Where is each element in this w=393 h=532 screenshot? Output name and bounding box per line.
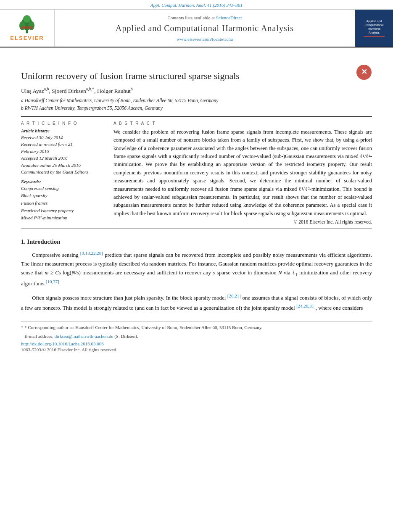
keyword-2: Fusion frames bbox=[21, 200, 105, 207]
citation-text: Appl. Comput. Harmon. Anal. 41 (2016) 34… bbox=[150, 3, 243, 8]
affiliations: a Hausdorff Center for Mathematics, Univ… bbox=[21, 97, 372, 112]
footer-star-note: * * Corresponding author at: Hausdorff C… bbox=[21, 324, 372, 332]
keyword-0: Compressed sensing bbox=[21, 185, 105, 192]
authors-line: Ulaş Ayaza,b, Sjoerd Dirksena,b,*, Holge… bbox=[21, 87, 372, 95]
history-item-1: Received in revised form 21 bbox=[21, 141, 105, 148]
page: Appl. Comput. Harmon. Anal. 41 (2016) 34… bbox=[0, 0, 393, 532]
paper-title: Uniform recovery of fusion frame structu… bbox=[21, 70, 240, 82]
svg-text:Computational: Computational bbox=[364, 24, 384, 27]
article-info-heading: A R T I C L E I N F O bbox=[21, 121, 105, 126]
footer-issn: 1063-5203/© 2016 Elsevier Inc. All right… bbox=[21, 347, 372, 352]
history-item-0: Received 30 July 2014 bbox=[21, 134, 105, 141]
divider-2 bbox=[21, 229, 372, 229]
crossmark: ✕ bbox=[356, 64, 372, 82]
crossmark-icon: ✕ bbox=[356, 64, 372, 80]
elsevier-logo: ELSEVIER bbox=[10, 15, 44, 41]
main-content: Uniform recovery of fusion frame structu… bbox=[0, 47, 393, 361]
article-info-col: A R T I C L E I N F O Article history: R… bbox=[21, 121, 105, 224]
section1-para2: Often signals possess more structure tha… bbox=[21, 292, 372, 313]
svg-point-3 bbox=[29, 21, 34, 30]
footer-doi: http://dx.doi.org/10.1016/j.acha.2016.03… bbox=[21, 341, 372, 346]
journal-logo-inner: Applied and Computational Harmonic Analy… bbox=[359, 13, 389, 43]
ref3: [20,21] bbox=[227, 293, 241, 298]
section1-title: 1. Introduction bbox=[21, 238, 372, 245]
svg-text:✕: ✕ bbox=[361, 68, 367, 76]
journal-title: Applied and Computational Harmonic Analy… bbox=[116, 24, 294, 33]
ref2: [10,37] bbox=[46, 279, 59, 284]
citation-bar: Appl. Comput. Harmon. Anal. 41 (2016) 34… bbox=[0, 0, 393, 10]
svg-point-4 bbox=[23, 15, 31, 23]
journal-logo-right: Applied and Computational Harmonic Analy… bbox=[355, 10, 393, 47]
svg-point-2 bbox=[19, 21, 25, 30]
svg-rect-11 bbox=[364, 36, 385, 37]
footer-email-suffix: (S. Dirksen). bbox=[113, 334, 138, 339]
copyright: © 2016 Elsevier Inc. All rights reserved… bbox=[113, 219, 372, 224]
section1-title-text: Introduction bbox=[27, 238, 61, 245]
affiliation-b: b RWTH Aachen University, Templergraben … bbox=[21, 104, 372, 112]
svg-text:Harmonic: Harmonic bbox=[368, 27, 380, 30]
affiliation-a: a Hausdorff Center for Mathematics, Univ… bbox=[21, 97, 372, 104]
svg-rect-5 bbox=[21, 26, 33, 29]
section1-number: 1. bbox=[21, 238, 26, 245]
acha-journal-icon: Applied and Computational Harmonic Analy… bbox=[361, 16, 387, 41]
elsevier-label: ELSEVIER bbox=[10, 35, 44, 41]
ref1: [9,18,22,28] bbox=[80, 250, 103, 255]
article-history-label: Article history: bbox=[21, 128, 105, 133]
abstract-col: A B S T R A C T We consider the problem … bbox=[113, 121, 372, 224]
abstract-text: We consider the problem of recovering fu… bbox=[113, 128, 372, 218]
journal-header: ELSEVIER Contents lists available at Sci… bbox=[0, 10, 393, 47]
sciencedirect-prefix: Contents lists available at bbox=[167, 15, 216, 20]
divider-1 bbox=[21, 116, 372, 117]
history-item-3: Accepted 12 March 2016 bbox=[21, 155, 105, 162]
svg-text:Applied and: Applied and bbox=[367, 20, 382, 23]
journal-url: www.elsevier.com/locate/acha bbox=[177, 37, 233, 42]
journal-center: Contents lists available at ScienceDirec… bbox=[55, 10, 355, 47]
footer-email: dirksen@mathc.rwth-aachen.de bbox=[55, 334, 113, 339]
keywords-label: Keywords: bbox=[21, 179, 105, 184]
sciencedirect-link: ScienceDirect bbox=[216, 15, 242, 20]
history-item-2: February 2016 bbox=[21, 148, 105, 155]
elsevier-tree-icon bbox=[14, 15, 40, 34]
section1-para1: Compressive sensing [9,18,22,28] predict… bbox=[21, 250, 372, 288]
ref4: [24,26,31] bbox=[296, 303, 316, 308]
footer-divider bbox=[21, 321, 372, 321]
footer-email-line: E-mail address: dirksen@mathc.rwth-aache… bbox=[21, 333, 372, 340]
keyword-3: Restricted isometry property bbox=[21, 207, 105, 215]
keyword-1: Block sparsity bbox=[21, 192, 105, 200]
svg-text:Analysis: Analysis bbox=[369, 31, 380, 34]
keyword-4: Mixed ℓ¹/ℓ²-minimization bbox=[21, 214, 105, 222]
abstract-heading: A B S T R A C T bbox=[113, 121, 372, 126]
history-item-5: Communicated by the Guest Editors bbox=[21, 169, 105, 176]
history-item-4: Available online 25 March 2016 bbox=[21, 162, 105, 169]
two-col-section: A R T I C L E I N F O Article history: R… bbox=[21, 121, 372, 224]
sciencedirect-line: Contents lists available at ScienceDirec… bbox=[167, 15, 242, 20]
elsevier-logo-area: ELSEVIER bbox=[0, 10, 55, 47]
